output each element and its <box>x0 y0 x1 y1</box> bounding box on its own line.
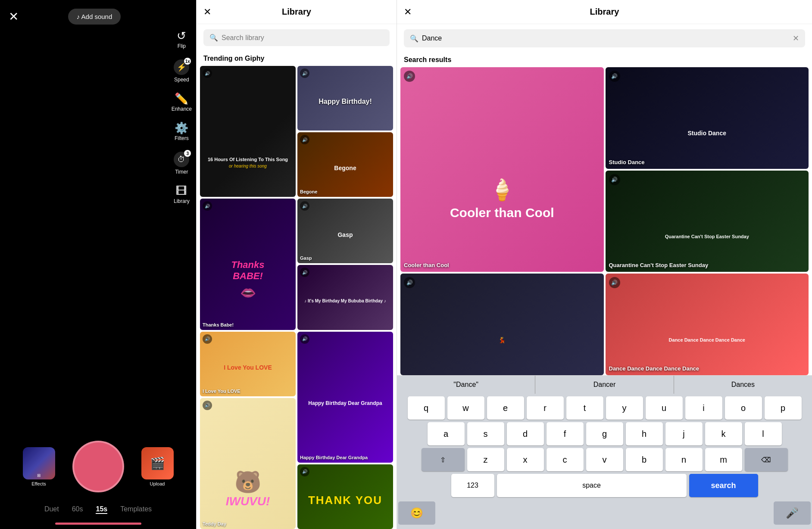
key-k[interactable]: k <box>705 422 742 445</box>
gif-card-16h[interactable]: 16 Hours Of Listening To This Song or he… <box>200 66 296 197</box>
right-search-input[interactable] <box>422 34 789 42</box>
rc-label-dance2: Dance Dance Dance Dance Dance <box>609 365 806 372</box>
timer-icon: ⏱ <box>178 155 185 164</box>
suggestion-dance-quoted[interactable]: "Dance" <box>397 376 535 394</box>
tool-timer[interactable]: ⏱ 3 Timer <box>174 152 189 175</box>
speed-badge: ⚡ 1x <box>174 59 189 75</box>
speed-icon: ⚡ <box>177 62 186 72</box>
right-search-icon: 🔍 <box>410 34 418 43</box>
key-q[interactable]: q <box>408 396 445 420</box>
tab-templates[interactable]: Templates <box>120 505 152 514</box>
rc-label-quarantine: Quarantine Can't Stop Easter Sunday <box>609 262 806 268</box>
key-o[interactable]: o <box>725 396 762 420</box>
tool-flip-label: Flip <box>178 43 186 49</box>
key-search[interactable]: search <box>689 474 758 497</box>
key-p[interactable]: p <box>765 396 802 420</box>
gif-card-teddy[interactable]: 🐻 IWUVU! 🔊 Teddy Day <box>200 398 296 529</box>
result-card-quarantine[interactable]: Quarantine Can't Stop Easter Sunday 🔊 Qu… <box>606 171 809 272</box>
key-h[interactable]: h <box>626 422 663 445</box>
left-panel: ✕ ♪ Add sound ↺ Flip ⚡ 1x Speed ✏️ Enhan… <box>0 0 196 529</box>
result-card-cooler[interactable]: 🍦 Cooler than Cool 🔊 Cooler than Cool <box>400 67 604 272</box>
gif-card-grandpa[interactable]: Happy Birthday Dear Grandpa 🔊 Happy Birt… <box>297 332 393 463</box>
key-a[interactable]: a <box>428 422 465 445</box>
key-x[interactable]: x <box>507 448 544 471</box>
tool-timer-label: Timer <box>175 169 188 175</box>
key-v[interactable]: v <box>586 448 623 471</box>
gif-card-birthday2[interactable]: ♪ It's My Birthday My Bububa Birthday ♪ … <box>297 265 393 330</box>
key-n[interactable]: n <box>665 448 703 471</box>
keyboard: q w e r t y u i o p a s d f g h j k l ⇧ … <box>397 394 812 529</box>
add-sound-button[interactable]: ♪ Add sound <box>68 9 121 25</box>
gif-card-begone[interactable]: Begone 🔊 Begone <box>297 132 393 197</box>
right-panel-header: ✕ Library <box>397 0 812 24</box>
tool-flip[interactable]: ↺ Flip <box>177 30 186 49</box>
key-backspace[interactable]: ⌫ <box>745 448 788 471</box>
key-shift[interactable]: ⇧ <box>422 448 465 471</box>
tab-15s[interactable]: 15s <box>96 505 107 514</box>
gif-label-love: I Love You LOVE <box>203 389 293 394</box>
search-clear-button[interactable]: ✕ <box>793 34 799 43</box>
sound-icon-quarantine: 🔊 <box>609 174 620 185</box>
suggestion-dancer[interactable]: Dancer <box>535 376 674 394</box>
key-u[interactable]: u <box>646 396 683 420</box>
right-section-label: Search results <box>397 53 812 67</box>
tab-60s[interactable]: 60s <box>72 505 83 514</box>
close-button[interactable]: ✕ <box>9 11 19 23</box>
key-s[interactable]: s <box>467 422 504 445</box>
key-mic[interactable]: 🎤 <box>774 501 811 525</box>
result-card-studio[interactable]: Studio Dance 🔊 Studio Dance <box>606 67 809 169</box>
key-i[interactable]: i <box>685 396 722 420</box>
suggestion-dances[interactable]: Dances <box>674 376 812 394</box>
key-w[interactable]: w <box>447 396 484 420</box>
sound-icon-teddy: 🔊 <box>203 401 212 410</box>
key-c[interactable]: c <box>547 448 584 471</box>
key-emoji[interactable]: 😊 <box>398 501 435 525</box>
tool-speed[interactable]: ⚡ 1x Speed <box>174 59 189 83</box>
key-m[interactable]: m <box>705 448 742 471</box>
rc-label-studio: Studio Dance <box>609 159 806 165</box>
key-e[interactable]: e <box>487 396 524 420</box>
right-close-button[interactable]: ✕ <box>404 6 412 18</box>
key-f[interactable]: f <box>547 422 584 445</box>
record-button[interactable] <box>72 441 124 492</box>
keyboard-row-1: q w e r t y u i o p <box>398 396 811 420</box>
center-search-bar: 🔍 <box>203 29 390 46</box>
upload-thumbnail[interactable]: 🎬 <box>141 447 174 479</box>
enhance-icon: ✏️ <box>175 93 188 104</box>
result-card-dance1[interactable]: 💃 🔊 <box>400 274 604 375</box>
tool-library-label: Library <box>174 198 190 204</box>
sound-icon-studio: 🔊 <box>609 71 620 82</box>
gif-card-thankyou[interactable]: THANK YOU 🔊 <box>297 464 393 529</box>
gif-card-gasp[interactable]: Gasp 🔊 Gasp <box>297 199 393 263</box>
key-j[interactable]: j <box>665 422 703 445</box>
key-d[interactable]: d <box>507 422 544 445</box>
upload-label: Upload <box>150 481 165 486</box>
key-z[interactable]: z <box>467 448 504 471</box>
gif-card-thanks[interactable]: ThanksBABE! 👄 🔊 Thanks Babe! <box>200 199 296 330</box>
tool-filters[interactable]: ⚙️ Filters <box>175 122 189 141</box>
key-t[interactable]: t <box>566 396 603 420</box>
tab-duet[interactable]: Duet <box>44 505 59 514</box>
tool-enhance[interactable]: ✏️ Enhance <box>172 93 192 112</box>
sound-icon-grandpa: 🔊 <box>300 334 309 344</box>
key-r[interactable]: r <box>527 396 564 420</box>
key-b[interactable]: b <box>626 448 663 471</box>
result-card-dance2[interactable]: Dance Dance Dance Dance Dance 🔊 Dance Da… <box>606 274 809 375</box>
gif-card-birthday[interactable]: Happy Birthday! 🔊 <box>297 66 393 131</box>
center-close-button[interactable]: ✕ <box>203 6 211 18</box>
center-panel-header: ✕ Library <box>197 0 397 24</box>
tool-library[interactable]: 🎞 Library <box>174 185 190 204</box>
effects-thumbnail[interactable]: ⊞ <box>23 447 55 479</box>
key-space[interactable]: space <box>497 474 687 497</box>
key-l[interactable]: l <box>745 422 782 445</box>
sound-icon-begone: 🔊 <box>300 135 309 144</box>
center-panel-title: Library <box>282 7 311 17</box>
center-search-input[interactable] <box>222 34 384 42</box>
gif-card-love[interactable]: I Love You LOVE 🔊 I Love You LOVE <box>200 332 296 396</box>
gif-label-teddy: Teddy Day <box>203 521 293 526</box>
key-y[interactable]: y <box>606 396 643 420</box>
key-numbers[interactable]: 123 <box>451 474 494 497</box>
center-panel: ✕ Library 🔍 Trending on Giphy 16 Hours O… <box>196 0 397 529</box>
key-g[interactable]: g <box>586 422 623 445</box>
giphy-grid: 16 Hours Of Listening To This Song or he… <box>197 66 397 529</box>
